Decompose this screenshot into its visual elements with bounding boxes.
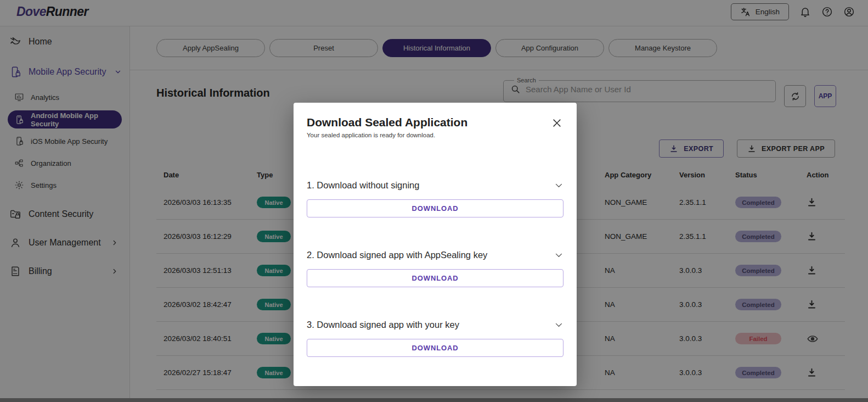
accordion-header[interactable]: 2. Download signed app with AppSealing k… xyxy=(307,249,563,261)
download-button[interactable]: DOWNLOAD xyxy=(307,199,563,217)
section-label: 3. Download signed app with your key xyxy=(307,320,459,330)
section-label: 2. Download signed app with AppSealing k… xyxy=(307,250,487,260)
close-icon[interactable] xyxy=(551,118,562,129)
download-button[interactable]: DOWNLOAD xyxy=(307,269,563,287)
download-section-appsealing-key: 2. Download signed app with AppSealing k… xyxy=(307,249,563,287)
download-section-without-signing: 1. Download without signing DOWNLOAD xyxy=(307,179,563,217)
download-button[interactable]: DOWNLOAD xyxy=(307,339,563,357)
accordion-header[interactable]: 3. Download signed app with your key xyxy=(307,319,563,331)
chevron-down-icon xyxy=(554,181,563,190)
chevron-down-icon xyxy=(554,250,563,260)
app-window: DoveRunner English xyxy=(0,0,868,402)
modal-title: Download Sealed Application xyxy=(307,116,563,129)
modal-subtitle: Your sealed application is ready for dow… xyxy=(307,132,563,138)
chevron-down-icon xyxy=(554,320,563,330)
download-section-your-key: 3. Download signed app with your key DOW… xyxy=(307,319,563,357)
accordion-header[interactable]: 1. Download without signing xyxy=(307,179,563,191)
download-sealed-application-modal: Download Sealed Application Your sealed … xyxy=(294,103,577,386)
section-label: 1. Download without signing xyxy=(307,180,419,191)
